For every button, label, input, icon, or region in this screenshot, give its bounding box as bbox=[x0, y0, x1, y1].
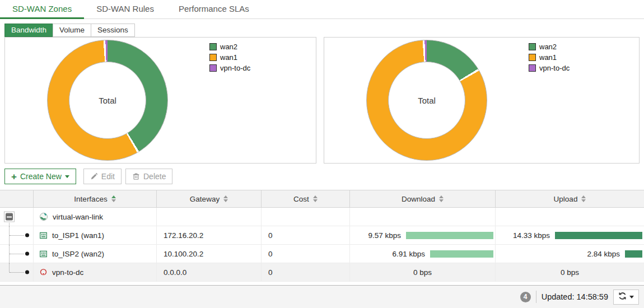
bandwidth-value: 0 bps bbox=[413, 268, 432, 277]
table-row-vpn-to-dc[interactable]: vpn-to-dc 0.0.0.0 0 0 bps 0 bps bbox=[0, 263, 644, 282]
bandwidth-value: 0 bps bbox=[561, 268, 579, 277]
refresh-button[interactable] bbox=[613, 290, 639, 305]
column-header-interfaces[interactable]: Interfaces bbox=[34, 190, 157, 207]
pencil-icon bbox=[90, 172, 98, 180]
interface-cell: virtual-wan-link bbox=[34, 208, 157, 226]
bandwidth-value: 6.91 kbps bbox=[392, 250, 425, 258]
main-tab-bar: SD-WAN Zones SD-WAN Rules Performance SL… bbox=[0, 0, 644, 19]
interface-label: virtual-wan-link bbox=[53, 213, 103, 221]
tree-node-bullet bbox=[25, 252, 29, 256]
tab-performance-slas[interactable]: Performance SLAs bbox=[166, 0, 262, 18]
bandwidth-bar bbox=[430, 250, 493, 258]
legend-swatch bbox=[209, 54, 217, 61]
legend-label: vpn-to-dc bbox=[220, 64, 250, 72]
tree-node-bullet bbox=[25, 234, 29, 237]
refresh-icon bbox=[618, 292, 627, 302]
edit-label: Edit bbox=[101, 172, 115, 181]
tree-cell bbox=[0, 208, 34, 226]
legend-item-wan1[interactable]: wan1 bbox=[209, 53, 250, 62]
legend-item-wan2[interactable]: wan2 bbox=[529, 43, 570, 51]
delete-label: Delete bbox=[143, 172, 166, 181]
download-donut-chart: Total bbox=[47, 40, 168, 161]
column-header-upload[interactable]: Upload bbox=[496, 190, 644, 207]
download-cell bbox=[350, 208, 496, 226]
sort-icon bbox=[439, 195, 444, 202]
upload-chart-panel: Total wan2wan1vpn-to-dc bbox=[324, 37, 640, 164]
delete-button[interactable]: Delete bbox=[125, 169, 172, 184]
record-count-badge: 4 bbox=[520, 292, 531, 302]
upload-donut-chart: Total bbox=[366, 40, 487, 161]
tree-cell bbox=[0, 245, 34, 263]
cost-cell: 0 bbox=[262, 263, 350, 281]
legend-label: wan1 bbox=[220, 53, 237, 62]
create-new-button[interactable]: + Create New bbox=[4, 169, 76, 184]
table-row-to_ISP1 (wan1)[interactable]: to_ISP1 (wan1) 172.16.20.2 0 9.57 kbps 1… bbox=[0, 226, 644, 245]
legend-item-wan1[interactable]: wan1 bbox=[529, 53, 570, 62]
plus-icon: + bbox=[11, 172, 17, 181]
legend-swatch bbox=[209, 43, 217, 50]
legend-item-wan2[interactable]: wan2 bbox=[209, 43, 250, 51]
tab-sdwan-zones[interactable]: SD-WAN Zones bbox=[0, 0, 84, 18]
column-header-gateway[interactable]: Gateway bbox=[157, 190, 262, 207]
column-header-download[interactable]: Download bbox=[350, 190, 496, 207]
interface-label: vpn-to-dc bbox=[52, 268, 83, 277]
cost-cell bbox=[262, 208, 350, 226]
table-toolbar: + Create New Edit Delete bbox=[4, 169, 172, 184]
interface-label: to_ISP2 (wan2) bbox=[52, 250, 104, 258]
bandwidth-bar bbox=[555, 232, 642, 239]
table-body: virtual-wan-link to_ISP1 (wan1) 172.16.2… bbox=[0, 208, 644, 282]
legend-label: wan1 bbox=[539, 53, 557, 62]
upload-cell bbox=[496, 208, 644, 226]
table-header-row: Interfaces Gateway Cost Download Upload bbox=[0, 190, 644, 208]
legend-item-vpn-to-dc[interactable]: vpn-to-dc bbox=[529, 64, 570, 72]
download-cell: 9.57 kbps bbox=[350, 226, 496, 244]
collapse-toggle-icon[interactable] bbox=[4, 212, 15, 222]
interface-cell: vpn-to-dc bbox=[34, 263, 157, 281]
table-row-virtual-wan-link[interactable]: virtual-wan-link bbox=[0, 208, 644, 226]
ethernet-port-icon bbox=[39, 231, 48, 240]
vpn-tunnel-icon bbox=[39, 268, 48, 277]
bandwidth-bar bbox=[625, 250, 642, 258]
legend-swatch bbox=[529, 43, 536, 50]
gateway-cell: 10.100.20.2 bbox=[157, 245, 262, 263]
status-footer: 4 Updated: 14:58:59 bbox=[0, 285, 644, 308]
donut-center-label: Total bbox=[418, 96, 436, 105]
legend-label: wan2 bbox=[539, 43, 557, 51]
sort-icon bbox=[313, 195, 318, 202]
charts-row: Total wan2wan1vpn-to-dc Total wan2wan1vp… bbox=[4, 37, 640, 164]
subtab-volume[interactable]: Volume bbox=[53, 24, 91, 37]
legend-swatch bbox=[209, 64, 217, 72]
interface-cell: to_ISP2 (wan2) bbox=[34, 245, 157, 263]
tree-column-header bbox=[0, 190, 34, 207]
globe-icon bbox=[39, 212, 48, 221]
gateway-cell: 172.16.20.2 bbox=[157, 226, 262, 244]
legend-swatch bbox=[529, 54, 536, 61]
bandwidth-bar bbox=[406, 232, 493, 239]
upload-chart-legend: wan2wan1vpn-to-dc bbox=[529, 43, 570, 72]
legend-swatch bbox=[529, 64, 536, 72]
bandwidth-value: 9.57 kbps bbox=[368, 231, 401, 240]
table-row-to_ISP2 (wan2)[interactable]: to_ISP2 (wan2) 10.100.20.2 0 6.91 kbps 2… bbox=[0, 245, 644, 263]
upload-cell: 2.84 kbps bbox=[496, 245, 644, 263]
legend-label: wan2 bbox=[220, 43, 237, 51]
create-new-label: Create New bbox=[20, 172, 62, 181]
donut-center-label: Total bbox=[99, 96, 116, 105]
interface-cell: to_ISP1 (wan1) bbox=[34, 226, 157, 244]
ethernet-port-icon bbox=[39, 250, 48, 258]
tab-sdwan-rules[interactable]: SD-WAN Rules bbox=[84, 0, 166, 18]
sort-icon bbox=[111, 195, 116, 202]
legend-item-vpn-to-dc[interactable]: vpn-to-dc bbox=[209, 64, 250, 72]
download-cell: 0 bps bbox=[350, 263, 496, 281]
edit-button[interactable]: Edit bbox=[83, 169, 122, 184]
subtab-bandwidth[interactable]: Bandwidth bbox=[4, 24, 53, 37]
subtab-sessions[interactable]: Sessions bbox=[91, 24, 135, 37]
column-header-cost[interactable]: Cost bbox=[262, 190, 350, 207]
footer-divider bbox=[536, 291, 536, 303]
tree-cell bbox=[0, 263, 34, 281]
interface-label: to_ISP1 (wan1) bbox=[52, 231, 104, 240]
gateway-cell bbox=[157, 208, 262, 226]
chevron-down-icon bbox=[629, 296, 634, 298]
sort-icon bbox=[581, 195, 586, 202]
tree-node-bullet bbox=[25, 270, 29, 274]
bandwidth-value: 2.84 kbps bbox=[587, 250, 620, 258]
